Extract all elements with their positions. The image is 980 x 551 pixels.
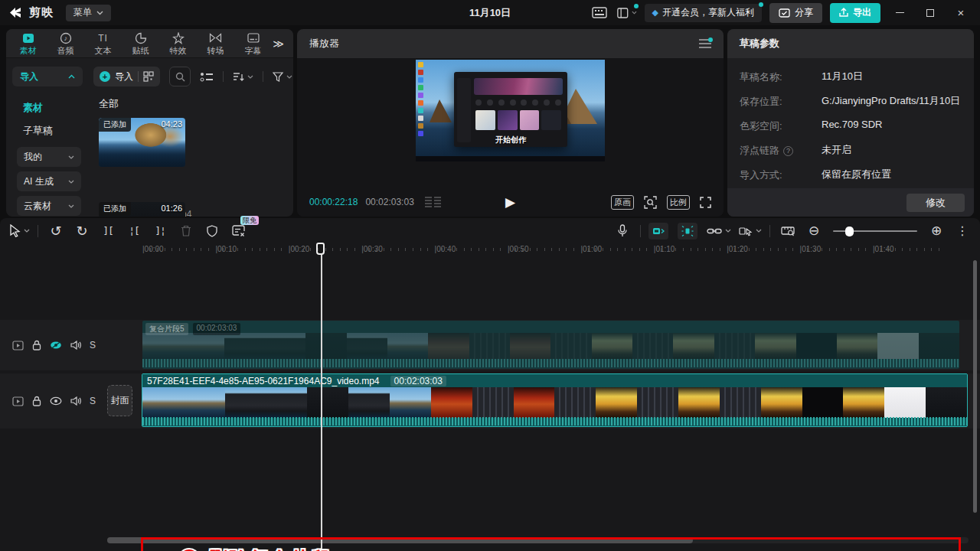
more-options-icon[interactable]: ⋮ (952, 222, 972, 240)
nav-item-cloud-material[interactable]: 云素材 (17, 196, 81, 216)
chevron-down-icon (725, 229, 731, 233)
preview-axis-icon[interactable] (778, 222, 798, 240)
tab-caption[interactable]: 字幕 (234, 30, 272, 57)
tab-audio[interactable]: ♪ 音频 (47, 30, 84, 57)
tab-sticker[interactable]: 贴纸 (122, 30, 159, 57)
ratio-button[interactable]: 比例 (667, 195, 690, 210)
preview-zoom-icon[interactable] (644, 196, 657, 209)
fullscreen-icon[interactable] (700, 197, 711, 208)
timeline-zoom-out-icon[interactable]: ⊖ (804, 222, 824, 240)
horizontal-scrollbar[interactable] (107, 537, 969, 543)
video-preview[interactable]: 开始创作 (416, 60, 605, 161)
nav-item-subdraft[interactable]: 子草稿 (23, 119, 93, 142)
tab-text[interactable]: TI 文本 (84, 30, 122, 57)
timeline-zoom-slider[interactable] (833, 230, 917, 232)
nav-item-material[interactable]: 素材 (23, 96, 93, 119)
duration-badge: 01:26 (161, 204, 182, 213)
nav-item-mine[interactable]: 我的 (17, 147, 81, 167)
diamond-icon: ◆ (652, 8, 658, 18)
hide-track-icon-active[interactable] (50, 341, 62, 350)
mute-icon[interactable] (70, 341, 81, 350)
hide-track-icon[interactable] (50, 396, 62, 406)
undo-icon[interactable]: ↺ (46, 222, 66, 240)
clip-thumbnails (142, 387, 967, 418)
playhead-line[interactable] (321, 255, 322, 551)
minimize-button[interactable] (888, 3, 911, 23)
composite-clip[interactable]: 复合片段5 00:02:03:03 (142, 321, 959, 369)
scrollbar-thumb[interactable] (107, 537, 693, 543)
player-menu-icon[interactable] (699, 39, 711, 48)
solo-track-button[interactable]: S (90, 340, 96, 350)
nav-item-ai-generate[interactable]: AI 生成 (17, 171, 81, 191)
sort-dropdown[interactable] (233, 72, 253, 82)
menu-label: 菜单 (74, 6, 92, 19)
close-button[interactable]: × (949, 3, 972, 23)
layout-switch-icon[interactable] (617, 5, 637, 21)
export-button[interactable]: 导出 (830, 3, 880, 23)
share-button[interactable]: 分享 (769, 3, 822, 23)
clip-duration-badge: 00:02:03:03 (193, 323, 241, 335)
smart-caption-erase-icon[interactable]: 限免 (228, 222, 248, 240)
mute-icon[interactable] (70, 396, 81, 406)
maximize-button[interactable] (919, 3, 942, 23)
split-keep-left-icon[interactable]: ¦[ (124, 222, 144, 240)
timeline-zoom-in-icon[interactable]: ⊕ (926, 222, 946, 240)
cover-button[interactable]: 封面 (107, 385, 132, 416)
member-label: 开通会员，享新人福利 (662, 6, 754, 19)
ruler-label: |01:40 (873, 245, 894, 253)
all-filter-label[interactable]: 全部 (99, 97, 293, 111)
tab-label: 转场 (207, 45, 224, 57)
redo-icon[interactable]: ↻ (72, 222, 92, 240)
title-bar: 剪映 菜单 11月10日 ◆ 开通会员，享新人福利 分享 (0, 0, 980, 25)
audio-icon: ♪ (60, 31, 72, 44)
modify-button[interactable]: 修改 (906, 194, 965, 212)
import-button-label: 导入 (115, 70, 133, 83)
more-tabs-icon[interactable]: ≫ (273, 37, 284, 50)
media-library-panel: 素材 ♪ 音频 TI 文本 贴纸 特效 转场 (6, 29, 293, 217)
param-value: 保留在原有位置 (822, 168, 891, 183)
select-link-dropdown[interactable] (739, 222, 762, 240)
import-button[interactable]: + 导入 (93, 67, 160, 86)
tab-material[interactable]: 素材 (9, 30, 47, 57)
original-quality-button[interactable]: 原画 (611, 195, 634, 210)
select-tool-dropdown[interactable] (9, 222, 30, 240)
duration-badge: 04:23 (161, 119, 182, 129)
help-icon[interactable]: ? (783, 146, 793, 156)
sticker-icon (135, 31, 147, 44)
tab-transition[interactable]: 转场 (197, 30, 234, 57)
play-button[interactable]: ▶ (505, 194, 515, 210)
media-item-screen-recording[interactable]: 已添加 04:23 (99, 118, 185, 167)
main-track-magnet-icon[interactable] (648, 223, 668, 240)
timeline-ruler[interactable]: |00:00|00:10|00:20|00:30|00:40|00:50|01:… (0, 243, 980, 257)
link-clips-dropdown[interactable] (707, 222, 731, 240)
param-value: G:/JianyingPro Drafts/11月10日 (822, 94, 960, 109)
frame-list-icon[interactable] (425, 197, 441, 207)
import-section-header[interactable]: 导入 (12, 67, 83, 86)
member-upgrade-button[interactable]: ◆ 开通会员，享新人福利 (645, 4, 762, 22)
track-type-icon (12, 396, 24, 406)
slider-thumb[interactable] (845, 227, 854, 236)
main-video-clip[interactable]: 57F28E41-EEF4-4e85-AE95-0621F1964AC9_vid… (142, 373, 968, 427)
lock-icon[interactable] (32, 340, 41, 350)
menu-button[interactable]: 菜单 (66, 5, 111, 21)
playhead-handle[interactable] (316, 243, 325, 255)
delete-icon[interactable] (176, 222, 196, 240)
view-mode-icon[interactable] (200, 72, 214, 82)
lock-icon[interactable] (32, 396, 41, 406)
auto-snap-icon[interactable] (678, 223, 697, 240)
solo-track-button[interactable]: S (90, 396, 96, 406)
media-item-2[interactable]: 已添加 01:26 (99, 202, 185, 217)
filter-dropdown[interactable] (273, 72, 292, 82)
keyboard-shortcut-icon[interactable] (590, 5, 609, 21)
mask-icon[interactable] (202, 222, 222, 240)
split-keep-right-icon[interactable]: ]¦ (150, 222, 170, 240)
record-voiceover-icon[interactable] (612, 222, 632, 240)
param-value: 未开启 (822, 143, 851, 158)
vertical-scrollbar[interactable] (973, 260, 977, 513)
tab-effect[interactable]: 特效 (159, 30, 197, 57)
split-icon[interactable]: ][ (98, 222, 118, 240)
added-badge: 已添加 (99, 118, 131, 132)
search-icon (175, 72, 185, 82)
search-button[interactable] (169, 67, 191, 86)
clip-filename: 57F28E41-EEF4-4e85-AE95-0621F1964AC9_vid… (147, 376, 380, 386)
